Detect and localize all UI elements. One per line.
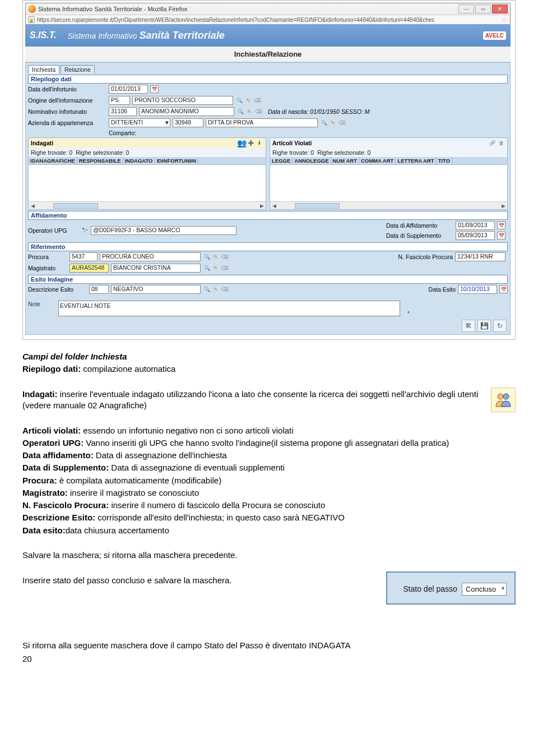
search-icon[interactable]: 🔍 bbox=[203, 264, 211, 272]
inp-operatore[interactable]: @D0DF992F3 - BASSO MARCO bbox=[91, 226, 236, 235]
edit-icon[interactable]: ✎ bbox=[212, 253, 220, 261]
bookmark-icon[interactable]: ☆ bbox=[500, 17, 508, 23]
edit-icon[interactable]: ✎ bbox=[212, 264, 220, 272]
clear-icon[interactable]: ⌫ bbox=[254, 108, 262, 116]
refresh-button[interactable]: ↻ bbox=[493, 320, 507, 332]
indagati-columns: IDANAGRAFICHE RESPONSABILE INDAGATO IDIN… bbox=[29, 157, 266, 164]
lbl-data-supplemento: Data di Supplemento bbox=[386, 232, 453, 239]
edit-icon[interactable]: ✎ bbox=[245, 108, 253, 116]
panel-articoli: Articoli Violati 🔗 🗑 Righe trovate: 0 Ri… bbox=[270, 137, 508, 210]
search-icon[interactable]: 🔍 bbox=[235, 96, 243, 104]
section-affidamento: Affidamento bbox=[28, 211, 508, 220]
maximize-button[interactable]: ▭ bbox=[475, 4, 491, 13]
tab-inchiesta[interactable]: Inchiesta bbox=[28, 65, 59, 73]
inp-magistrato-desc[interactable]: BIANCONI CRISTINA bbox=[111, 264, 201, 273]
panel-indagati: Indagati 👥 ➕ ⬇ Righe trovate: 0 Righe se… bbox=[28, 137, 266, 210]
inp-origine-desc[interactable]: PRONTO SOCCORSO bbox=[132, 96, 233, 105]
document-body: Campi del folder Inchiesta Riepilogo dat… bbox=[22, 351, 516, 651]
section-riepilogo: Riepilogo dati bbox=[28, 75, 508, 84]
link-icon[interactable]: 🔗 bbox=[488, 139, 496, 147]
rows-found: Righe trovate: 0 bbox=[272, 149, 314, 156]
note-textarea[interactable]: EVENTUALI NOTE bbox=[58, 301, 400, 316]
search-icon[interactable]: 🔍 bbox=[203, 253, 211, 261]
section-esito: Esito Indagine bbox=[28, 275, 508, 284]
inp-origine-code[interactable]: PS bbox=[109, 96, 130, 105]
scrollbar-x[interactable]: ◀▶ bbox=[29, 201, 266, 209]
header-title: Sanità Territoriale bbox=[139, 30, 224, 41]
app-header: S.IS.T. Sistema InformativoSanità Territ… bbox=[25, 24, 511, 47]
screenshot-frame: Sistema Informativo Sanità Territoriale … bbox=[22, 0, 516, 340]
app-logo: S.IS.T. bbox=[30, 30, 57, 40]
lbl-comparto: Comparto: bbox=[109, 130, 136, 136]
down-arrow-icon[interactable]: ⬇ bbox=[256, 139, 263, 147]
people-icon[interactable]: 👥 bbox=[238, 139, 245, 147]
address-bar: 🔒 https://secure.ruparpiemonte.it/DynDip… bbox=[26, 15, 510, 24]
search-icon[interactable]: 🔍 bbox=[236, 108, 244, 116]
search-icon[interactable]: 🔍 bbox=[320, 119, 328, 127]
lbl-nominativo: Nominativo infortunato bbox=[28, 108, 106, 115]
titlebar: Sistema Informativo Sanità Territoriale … bbox=[26, 3, 510, 15]
inp-esito-desc[interactable]: NEGATIVO bbox=[111, 285, 201, 294]
add-icon[interactable]: ➕ bbox=[247, 139, 254, 147]
minimize-button[interactable]: — bbox=[458, 4, 474, 13]
inp-data-esito[interactable]: 10/10/2013 bbox=[458, 285, 497, 294]
inp-azienda-code[interactable]: 30948 bbox=[173, 118, 203, 127]
page-number: 20 bbox=[22, 654, 32, 663]
indagati-grid[interactable]: ◀▶ bbox=[29, 164, 266, 209]
inp-procura-code[interactable]: 5437 bbox=[69, 252, 98, 261]
binoculars-icon[interactable]: 🔭 bbox=[81, 227, 89, 234]
rows-sel: Righe selezionate: 0 bbox=[76, 149, 129, 156]
stato-passo-snippet: Stato del passo Concluso bbox=[386, 571, 516, 605]
inp-data-infortunio[interactable]: 01/01/2013 bbox=[109, 85, 148, 94]
articoli-grid[interactable]: ◀▶ bbox=[270, 164, 507, 209]
page-title: Inchiesta/Relazione bbox=[25, 47, 511, 62]
rows-found: Righe trovate: 0 bbox=[31, 149, 72, 156]
lbl-nascita: Data di nascita: 01/01/1950 SESSO: M bbox=[268, 108, 370, 115]
lock-icon: 🔒 bbox=[28, 16, 35, 23]
tools-button[interactable]: 🛠 bbox=[462, 320, 475, 332]
clear-icon[interactable]: ⌫ bbox=[221, 264, 229, 272]
sel-stato-passo[interactable]: Concluso bbox=[462, 583, 507, 596]
inp-data-supplemento[interactable]: 05/09/2013 bbox=[456, 231, 495, 240]
doc-heading: Campi del folder Inchiesta bbox=[22, 351, 516, 362]
lbl-azienda: Azienda di appartenenza bbox=[28, 119, 106, 126]
inp-data-affidamento[interactable]: 01/09/2013 bbox=[456, 221, 495, 230]
clear-icon[interactable]: ⌫ bbox=[221, 285, 229, 293]
svg-point-1 bbox=[503, 394, 509, 399]
clear-icon[interactable]: ⌫ bbox=[338, 119, 346, 127]
clear-icon[interactable]: ⌫ bbox=[253, 96, 261, 104]
inp-nominativo-desc[interactable]: ANONIMO ANONIMO bbox=[139, 107, 234, 116]
calendar-icon[interactable]: 📅 bbox=[497, 222, 505, 229]
inp-esito-code[interactable]: 08 bbox=[89, 285, 109, 294]
sel-azienda[interactable]: DITTE/ENTI▾ bbox=[109, 118, 170, 127]
lbl-stato-passo: Stato del passo bbox=[403, 584, 457, 594]
inp-azienda-desc[interactable]: DITTA DI PROVA bbox=[206, 118, 318, 127]
inp-nominativo-code[interactable]: 31106 bbox=[109, 107, 137, 116]
url-text[interactable]: https://secure.ruparpiemonte.it/DynDipar… bbox=[37, 17, 500, 23]
calendar-icon[interactable]: 📅 bbox=[497, 232, 505, 239]
inp-procura-desc[interactable]: PROCURA CUNEO bbox=[100, 252, 201, 261]
section-riferimento: Riferimento bbox=[28, 242, 508, 251]
clear-icon[interactable]: ⌫ bbox=[221, 253, 229, 261]
expand-icon[interactable]: + bbox=[405, 308, 412, 316]
inp-fascicolo[interactable]: 1234/13 RNR bbox=[455, 252, 505, 261]
edit-icon[interactable]: ✎ bbox=[212, 285, 220, 293]
save-button[interactable]: 💾 bbox=[477, 320, 491, 332]
delete-icon[interactable]: 🗑 bbox=[497, 139, 505, 147]
scrollbar-x[interactable]: ◀▶ bbox=[270, 201, 507, 209]
rows-sel: Righe selezionate: 0 bbox=[317, 149, 370, 156]
calendar-icon[interactable]: 📅 bbox=[499, 285, 508, 293]
edit-icon[interactable]: ✎ bbox=[244, 96, 252, 104]
close-button[interactable]: ✕ bbox=[492, 4, 508, 13]
edit-icon[interactable]: ✎ bbox=[329, 119, 337, 127]
lbl-operatori: Operatori UPG bbox=[28, 227, 78, 234]
brand-badge: AVELC bbox=[483, 31, 506, 40]
search-icon[interactable]: 🔍 bbox=[203, 285, 211, 293]
calendar-icon[interactable]: 📅 bbox=[150, 85, 159, 93]
articoli-columns: LEGGE ANNOLEGGE NUM ART COMMA ART LETTER… bbox=[270, 157, 507, 164]
people-icon-large bbox=[491, 388, 516, 412]
form-body: Inchiesta Relazione Riepilogo dati Data … bbox=[25, 62, 511, 335]
header-subtitle: Sistema Informativo bbox=[68, 31, 137, 40]
tab-relazione[interactable]: Relazione bbox=[61, 65, 95, 73]
inp-magistrato-code[interactable]: AURA52548 bbox=[69, 264, 109, 273]
